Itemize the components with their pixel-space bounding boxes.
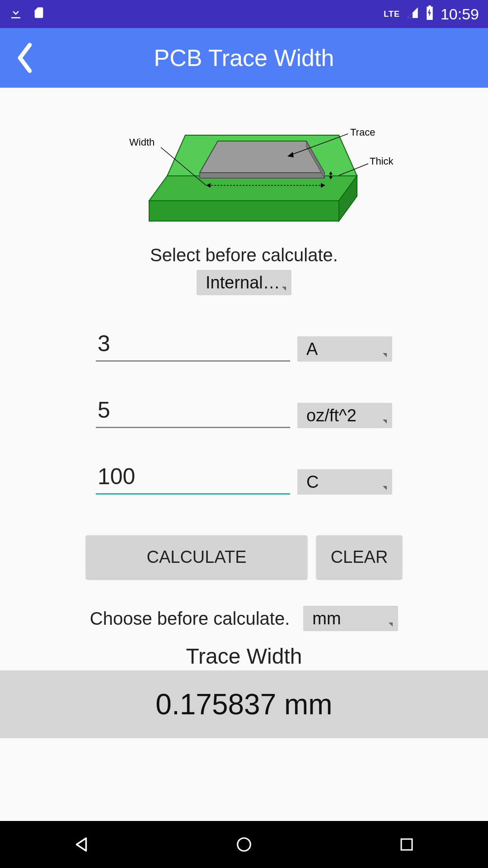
page-title: PCB Trace Width: [36, 44, 452, 71]
svg-marker-5: [200, 173, 324, 178]
result-unit-value: mm: [312, 609, 341, 628]
nav-recents-button[interactable]: [393, 831, 420, 858]
current-input[interactable]: [96, 327, 290, 362]
android-nav-bar: [0, 821, 488, 868]
result-value: 0.175837 mm: [0, 670, 488, 738]
lte-label: LTE: [384, 9, 400, 19]
svg-point-17: [238, 838, 251, 851]
layer-spinner-value: Internal…: [206, 273, 280, 292]
svg-marker-1: [149, 201, 339, 221]
app-header: PCB Trace Width: [0, 28, 488, 88]
svg-marker-0: [149, 176, 357, 201]
current-unit-spinner[interactable]: A: [297, 336, 392, 362]
choose-instruction: Choose before calculate.: [90, 609, 290, 629]
current-unit-value: A: [306, 340, 318, 359]
clear-label: CLEAR: [331, 547, 388, 567]
thickness-unit-spinner[interactable]: oz/ft^2: [297, 403, 392, 428]
back-chevron-icon: [15, 42, 35, 74]
temp-rise-input[interactable]: [96, 460, 290, 495]
status-left-icons: [9, 5, 45, 24]
result-unit-spinner[interactable]: mm: [303, 606, 398, 631]
layer-spinner[interactable]: Internal…: [197, 270, 291, 295]
status-time: 10:59: [441, 5, 479, 23]
result-label: Trace Width: [0, 644, 488, 669]
status-bar: LTE 10:59: [0, 0, 488, 28]
signal-icon: [406, 6, 419, 22]
temp-unit-value: C: [306, 472, 319, 492]
status-right-icons: LTE 10:59: [384, 5, 479, 23]
thickness-input[interactable]: [96, 393, 290, 428]
pcb-diagram: Thickness Width Trace: [0, 88, 488, 241]
svg-marker-4: [200, 141, 324, 173]
battery-icon: [425, 5, 434, 23]
diagram-thickness-label: Thickness: [370, 156, 393, 167]
main-content: Thickness Width Trace Select before calc…: [0, 88, 488, 738]
select-instruction: Select before calculate.: [0, 245, 488, 265]
temp-unit-spinner[interactable]: C: [297, 469, 392, 495]
nav-home-button[interactable]: [230, 831, 258, 858]
back-button[interactable]: [14, 38, 36, 78]
calculate-button[interactable]: CALCULATE: [86, 535, 307, 579]
nav-back-button[interactable]: [68, 831, 95, 858]
diagram-width-label: Width: [129, 137, 155, 148]
svg-rect-18: [401, 839, 412, 850]
download-icon: [9, 5, 23, 24]
thickness-unit-value: oz/ft^2: [306, 406, 357, 425]
calculate-label: CALCULATE: [146, 547, 246, 567]
sd-card-icon: [33, 5, 45, 24]
diagram-trace-label: Trace: [350, 127, 375, 138]
clear-button[interactable]: CLEAR: [316, 535, 402, 579]
